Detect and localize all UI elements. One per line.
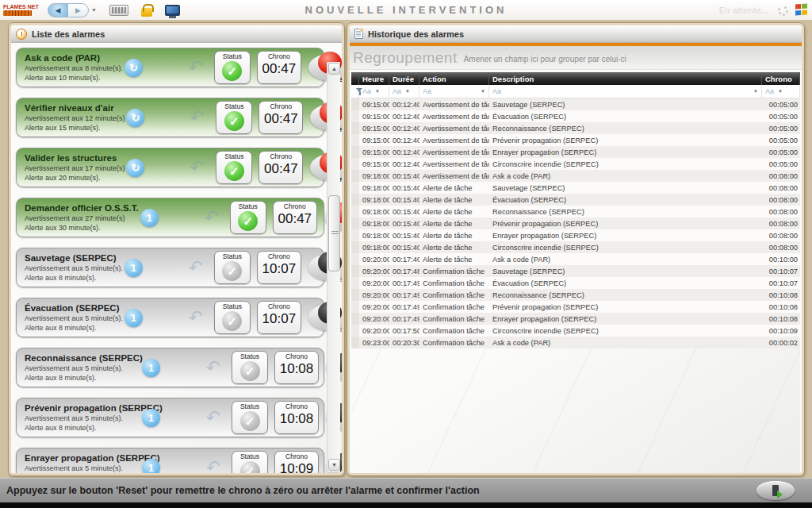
exit-arrow-icon [777, 491, 787, 498]
alarm-alert-text: Alerte aux 20 minute(s). [25, 174, 124, 182]
alarm-card[interactable]: Vérifier niveaux d'air Avertissement aux… [16, 98, 324, 137]
status-check-icon: ✓ [240, 461, 260, 473]
status-button[interactable]: Status ✓ [214, 251, 251, 284]
filter-funnel-icon[interactable] [356, 88, 358, 95]
table-row[interactable]: 09:15:00 00:12:40 Avertissement de tâche… [351, 146, 800, 158]
scrollbar-thumb[interactable] [328, 195, 340, 271]
filter-dropdown-icon[interactable]: ▼ [481, 89, 485, 94]
table-row[interactable]: 09:18:00 00:15:40 Alerte de tâche Sauvet… [351, 182, 800, 194]
filter-aa-icon[interactable]: Aa [423, 87, 431, 95]
chrono-time: 10:09 [275, 461, 318, 473]
table-row[interactable]: 09:18:00 00:15:40 Avertissement de tâche… [351, 170, 800, 182]
chrono-label: Chrono [274, 202, 316, 210]
chrono-time: 10:07 [258, 311, 301, 327]
filter-aa-icon[interactable]: Aa [393, 87, 401, 95]
cell-description: Reconnaissance (SERPEC) [489, 208, 762, 216]
history-page-icon [354, 29, 363, 39]
status-button[interactable]: Status ✓ [216, 101, 252, 134]
alarm-card[interactable]: Enrayer propagation (SERPEC) Avertisseme… [16, 448, 324, 473]
status-button[interactable]: Status ✓ [216, 151, 252, 184]
table-row[interactable]: 09:18:00 00:15:40 Alerte de tâche Enraye… [351, 229, 800, 241]
column-header-heure[interactable]: Heure [359, 72, 389, 85]
table-row[interactable]: 09:15:00 00:12:40 Avertissement de tâche… [351, 110, 800, 122]
cell-duree: 00:15:40 [389, 244, 419, 252]
filter-aa-icon[interactable]: Aa [362, 87, 371, 95]
cell-heure: 09:20:00 [359, 303, 389, 311]
table-row[interactable]: 09:20:00 00:17:50 Confirmation tâche Cir… [351, 325, 800, 337]
cell-action: Confirmation tâche [419, 327, 489, 335]
filter-aa-icon[interactable]: Aa [492, 87, 501, 95]
column-header-action[interactable]: Action [419, 72, 489, 85]
undo-arrow-icon: ↶ [184, 155, 212, 180]
alarm-card[interactable]: Sauvetage (SERPEC) Avertissement aux 5 m… [16, 248, 324, 287]
table-row[interactable]: 09:18:00 00:15:40 Alerte de tâche Reconn… [351, 206, 800, 217]
chrono-display[interactable]: Chrono 00:47 [259, 151, 303, 184]
status-button[interactable]: Status ✓ [214, 301, 251, 334]
chrono-display[interactable]: Chrono 00:47 [259, 101, 303, 134]
table-row[interactable]: 09:20:00 00:17:40 Alerte de tâche Ask a … [351, 253, 800, 265]
chrono-display[interactable]: Chrono 00:47 [273, 201, 317, 234]
alarm-card[interactable]: Demander officier O.S.S.T. Avertissement… [16, 198, 324, 237]
table-row[interactable]: 09:15:00 00:12:40 Avertissement de tâche… [351, 122, 800, 134]
table-row[interactable]: 09:18:00 00:15:40 Alerte de tâche Circon… [351, 241, 800, 253]
column-header-duree[interactable]: Durée [389, 72, 419, 85]
cell-description: Circonscrire incendie (SERPEC) [489, 244, 762, 252]
cell-action: Confirmation tâche [419, 303, 489, 311]
scroll-up-button[interactable]: ▲ [328, 63, 340, 75]
alarm-card[interactable]: Prévenir propagation (SERPEC) Avertissem… [16, 398, 324, 437]
table-row[interactable]: 09:20:00 00:17:49 Confirmation tâche Enr… [351, 313, 800, 325]
chrono-label: Chrono [259, 102, 302, 110]
chrono-display[interactable]: Chrono 10:07 [257, 301, 301, 334]
cell-chrono: 00:10:00 [762, 256, 800, 264]
table-header-row: Heure Durée Action Description Chrono [351, 72, 800, 85]
filter-aa-icon[interactable]: Aa [765, 87, 774, 95]
windows-logo-icon[interactable] [795, 3, 807, 16]
status-label: Status [232, 402, 267, 410]
undo-arrow-icon: ↶ [182, 55, 210, 80]
table-row[interactable]: 09:20:00 00:17:49 Confirmation tâche Pré… [351, 301, 800, 313]
status-label: Status [215, 252, 250, 260]
table-row[interactable]: 09:18:00 00:15:40 Alerte de tâche Préven… [351, 217, 800, 229]
group-by-dropzone[interactable]: Regroupement Amener un champ ici pour gr… [350, 46, 802, 70]
table-row[interactable]: 09:20:00 00:17:48 Confirmation tâche Sau… [351, 265, 800, 277]
alarm-card[interactable]: Reconnaissance (SERPEC) Avertissement au… [16, 348, 324, 387]
scroll-down-button[interactable]: ▼ [328, 459, 340, 471]
column-header-description[interactable]: Description [489, 72, 762, 85]
filter-dropdown-icon[interactable]: ▼ [753, 89, 758, 94]
chrono-display[interactable]: Chrono 10:07 [257, 251, 301, 284]
cell-description: Sauvetage (SERPEC) [489, 101, 762, 109]
table-row[interactable]: 09:18:00 00:15:40 Alerte de tâche Évacua… [351, 194, 800, 206]
table-row[interactable]: 09:15:00 00:12:40 Avertissement de tâche… [351, 158, 800, 170]
alarm-badge-icon: 1 [142, 359, 160, 377]
filter-dropdown-icon[interactable]: ▼ [375, 89, 380, 94]
status-button[interactable]: Status ✓ [232, 351, 268, 384]
alarm-list-scrollbar[interactable]: ▲ ▼ [327, 62, 340, 471]
alarm-card-text: Ask a code (PAR) Avertissement aux 8 min… [25, 53, 123, 82]
alarm-badge-icon: ↻ [124, 59, 143, 77]
status-button[interactable]: Status ✓ [214, 51, 251, 84]
column-header-chrono[interactable]: Chrono [762, 72, 800, 85]
status-button[interactable]: Status ✓ [232, 401, 268, 434]
status-button[interactable]: Status ✓ [232, 451, 268, 473]
chrono-display[interactable]: Chrono 10:09 [274, 451, 319, 473]
row-indicator-cell [351, 182, 359, 194]
alarm-card[interactable]: Valider les structures Avertissement aux… [16, 148, 324, 187]
status-button[interactable]: Status ✓ [230, 201, 266, 234]
table-row[interactable]: 09:15:00 00:12:40 Avertissement de tâche… [351, 98, 800, 110]
alarm-card[interactable]: Évacuation (SERPEC) Avertissement aux 5 … [16, 298, 324, 337]
cell-chrono: 00:05:00 [762, 125, 800, 133]
table-row[interactable]: 09:23:00 00:20:30 Confirmation tâche Ask… [351, 337, 800, 348]
table-row[interactable]: 09:20:00 00:17:49 Confirmation tâche Rec… [351, 289, 800, 301]
filter-dropdown-icon[interactable]: ▼ [405, 89, 410, 94]
filter-dropdown-icon[interactable]: ▼ [778, 89, 783, 94]
chrono-display[interactable]: Chrono 10:08 [274, 401, 319, 434]
cell-heure: 09:18:00 [359, 244, 389, 252]
alarm-card[interactable]: Ask a code (PAR) Avertissement aux 8 min… [16, 48, 324, 87]
table-row[interactable]: 09:20:00 00:17:49 Confirmation tâche Éva… [351, 277, 800, 289]
chrono-display[interactable]: Chrono 00:47 [257, 51, 301, 84]
table-row[interactable]: 09:15:00 00:12:40 Avertissement de tâche… [351, 134, 800, 146]
cell-chrono: 00:08:00 [762, 232, 800, 240]
cell-heure: 09:15:00 [359, 160, 389, 168]
chrono-display[interactable]: Chrono 10:08 [274, 351, 319, 384]
exit-button[interactable] [756, 481, 795, 500]
